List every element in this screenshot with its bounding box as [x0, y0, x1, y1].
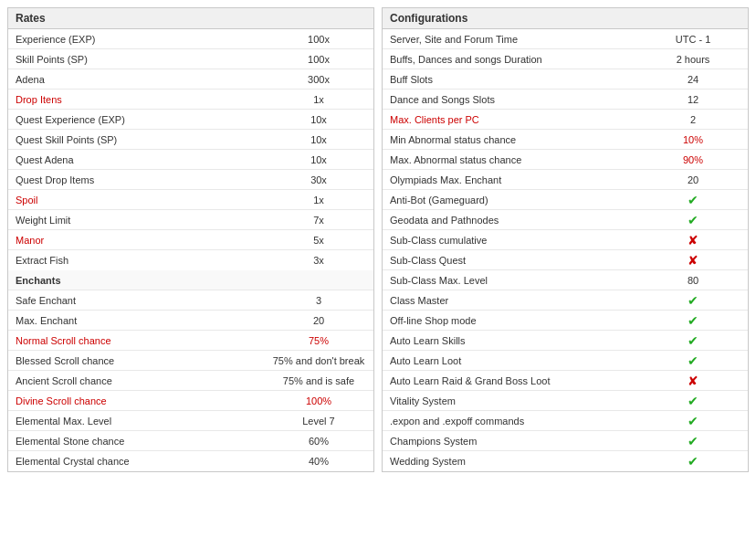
row-value: 5x: [264, 233, 373, 248]
table-row: Skill Points (SP)100x: [8, 49, 373, 69]
row-label: Quest Skill Points (SP): [8, 132, 264, 147]
row-label: Drop Itens: [8, 92, 264, 107]
table-row: Anti-Bot (Gameguard)✔: [383, 190, 748, 210]
enchants-section-label: Enchants: [8, 272, 373, 289]
row-value: 7x: [264, 213, 373, 227]
row-label: Geodata and Pathnodes: [383, 213, 638, 227]
table-row: Elemental Crystal chance40%: [8, 451, 373, 471]
table-row: Safe Enchant3: [8, 290, 373, 311]
table-row: Weight Limit7x: [8, 210, 373, 230]
check-icon: ✔: [638, 352, 748, 370]
table-row: Geodata and Pathnodes✔: [383, 210, 748, 230]
table-row: Min Abnormal status chance10%: [383, 130, 748, 150]
row-label: Olympiads Max. Enchant: [383, 173, 638, 187]
row-value: 10%: [638, 132, 748, 147]
cross-icon: ✘: [638, 372, 748, 390]
row-value: 100x: [264, 52, 373, 67]
row-label: Dance and Songs Slots: [383, 92, 638, 107]
table-row: Sub-Class cumulative✘: [383, 230, 748, 250]
row-label: Manor: [8, 233, 264, 248]
table-row: Quest Experience (EXP)10x: [8, 110, 373, 130]
cross-icon: ✘: [638, 251, 748, 269]
table-row: Elemental Stone chance60%: [8, 431, 373, 451]
row-value: 75% and is safe: [264, 374, 373, 388]
row-label: Elemental Stone chance: [8, 434, 264, 448]
table-row: Quest Drop Items30x: [8, 170, 373, 190]
table-row: .expon and .expoff commands✔: [383, 411, 748, 431]
table-row: Quest Skill Points (SP)10x: [8, 130, 373, 150]
cross-icon: ✘: [638, 231, 748, 249]
row-value: 3x: [264, 253, 373, 268]
row-label: Off-line Shop mode: [383, 313, 638, 328]
row-value: 2 hours: [638, 52, 748, 67]
row-label: Min Abnormal status chance: [383, 132, 638, 147]
row-label: Skill Points (SP): [8, 52, 264, 67]
check-icon: ✔: [638, 392, 748, 410]
row-label: Server, Site and Forum Time: [383, 32, 638, 47]
check-icon: ✔: [638, 452, 748, 470]
row-value: UTC - 1: [638, 32, 748, 47]
table-row: Off-line Shop mode✔: [383, 311, 748, 331]
row-value: 10x: [264, 132, 373, 147]
row-label: Quest Adena: [8, 153, 264, 167]
table-row: Auto Learn Skills✔: [383, 331, 748, 351]
row-label: .expon and .expoff commands: [383, 414, 638, 428]
row-value: 30x: [264, 173, 373, 187]
table-row: Max. Clients per PC2: [383, 110, 748, 130]
table-row: Auto Learn Loot✔: [383, 351, 748, 371]
check-icon: ✔: [638, 332, 748, 350]
row-value: 100x: [264, 32, 373, 47]
check-icon: ✔: [638, 291, 748, 310]
check-icon: ✔: [638, 191, 748, 209]
row-label: Adena: [8, 72, 264, 87]
row-label: Auto Learn Raid & Grand Boss Loot: [383, 374, 638, 388]
row-value: 90%: [638, 153, 748, 167]
table-row: Elemental Max. LevelLevel 7: [8, 411, 373, 431]
row-label: Sub-Class Max. Level: [383, 273, 638, 288]
check-icon: ✔: [638, 432, 748, 450]
table-row: Wedding System✔: [383, 451, 748, 471]
row-value: 12: [638, 92, 748, 107]
row-value: 24: [638, 72, 748, 87]
table-row: Buffs, Dances and songs Duration2 hours: [383, 49, 748, 69]
row-label: Quest Experience (EXP): [8, 112, 264, 127]
table-row: Ancient Scroll chance75% and is safe: [8, 371, 373, 391]
table-row: Vitality System✔: [383, 391, 748, 411]
row-value: 300x: [264, 72, 373, 87]
row-value: 1x: [264, 193, 373, 207]
table-row: Buff Slots24: [383, 69, 748, 90]
row-label: Ancient Scroll chance: [8, 374, 264, 388]
table-row: Spoil1x: [8, 190, 373, 210]
table-row: Champions System✔: [383, 431, 748, 451]
configs-panel: Configurations Server, Site and Forum Ti…: [382, 7, 749, 472]
row-value: 2: [638, 112, 748, 127]
row-value: 80: [638, 273, 748, 288]
row-label: Weight Limit: [8, 213, 264, 227]
row-label: Max. Abnormal status chance: [383, 153, 638, 167]
table-row: Blessed Scroll chance75% and don't break: [8, 351, 373, 371]
rates-header: Rates: [8, 8, 373, 29]
row-value: 60%: [264, 434, 373, 448]
table-row: Extract Fish3x: [8, 250, 373, 270]
table-row: Divine Scroll chance100%: [8, 391, 373, 411]
row-value: Level 7: [264, 414, 373, 428]
row-label: Buffs, Dances and songs Duration: [383, 52, 638, 67]
row-label: Divine Scroll chance: [8, 394, 264, 408]
table-row: Manor5x: [8, 230, 373, 250]
row-label: Sub-Class cumulative: [383, 233, 638, 248]
row-label: Spoil: [8, 193, 264, 207]
table-row: Server, Site and Forum TimeUTC - 1: [383, 29, 748, 49]
table-row: Class Master✔: [383, 290, 748, 311]
row-label: Class Master: [383, 293, 638, 308]
row-label: Max. Enchant: [8, 313, 264, 328]
table-row: Max. Abnormal status chance90%: [383, 150, 748, 170]
configs-rows: Server, Site and Forum TimeUTC - 1Buffs,…: [383, 29, 748, 471]
row-label: Safe Enchant: [8, 293, 264, 308]
row-label: Auto Learn Loot: [383, 353, 638, 368]
row-value: 1x: [264, 92, 373, 107]
row-value: 75%: [264, 333, 373, 348]
row-value: 75% and don't break: [264, 353, 373, 368]
row-label: Vitality System: [383, 394, 638, 408]
row-label: Normal Scroll chance: [8, 333, 264, 348]
enchants-section-header: Enchants: [8, 270, 373, 290]
